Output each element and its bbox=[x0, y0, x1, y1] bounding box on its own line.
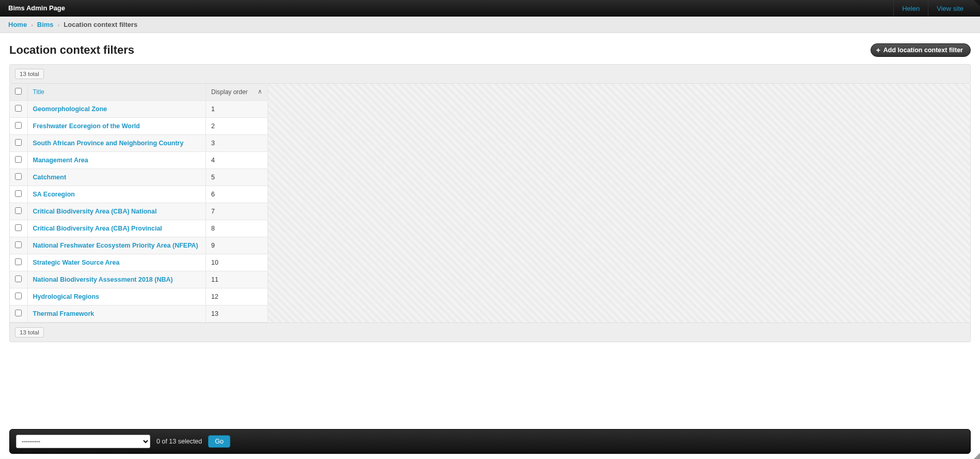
row-select-checkbox[interactable] bbox=[15, 139, 22, 146]
row-select-cell bbox=[10, 237, 27, 254]
view-site-link[interactable]: View site bbox=[928, 0, 972, 17]
count-bar-top: 13 total bbox=[9, 64, 971, 84]
row-order-cell: 10 bbox=[206, 254, 268, 271]
row-select-cell bbox=[10, 220, 27, 237]
row-title-cell: Critical Biodiversity Area (CBA) Nationa… bbox=[27, 203, 206, 220]
row-title-link[interactable]: South African Province and Neighboring C… bbox=[33, 140, 184, 147]
row-select-checkbox[interactable] bbox=[15, 258, 22, 265]
table-row: Critical Biodiversity Area (CBA) Provinc… bbox=[10, 220, 268, 237]
row-title-cell: SA Ecoregion bbox=[27, 186, 206, 203]
row-title-cell: Hydrological Regions bbox=[27, 288, 206, 305]
add-button-label: Add location context filter bbox=[883, 47, 963, 54]
row-title-cell: South African Province and Neighboring C… bbox=[27, 135, 206, 152]
navbar-right: Helen View site bbox=[893, 0, 972, 16]
table-row: Freshwater Ecoregion of the World2 bbox=[10, 118, 268, 135]
empty-filler bbox=[268, 84, 970, 323]
count-bar-bottom: 13 total bbox=[9, 323, 971, 342]
row-select-checkbox[interactable] bbox=[15, 293, 22, 299]
row-select-checkbox[interactable] bbox=[15, 190, 22, 197]
row-order-cell: 3 bbox=[206, 135, 268, 152]
total-count-chip-bottom: 13 total bbox=[15, 327, 44, 338]
select-all-checkbox[interactable] bbox=[15, 88, 22, 95]
row-title-link[interactable]: National Biodiversity Assessment 2018 (N… bbox=[33, 276, 173, 283]
row-title-link[interactable]: Critical Biodiversity Area (CBA) Provinc… bbox=[33, 225, 162, 232]
total-count-chip: 13 total bbox=[15, 69, 44, 79]
add-location-context-filter-button[interactable]: + Add location context filter bbox=[871, 43, 971, 57]
row-title-link[interactable]: Freshwater Ecoregion of the World bbox=[33, 123, 140, 130]
row-title-link[interactable]: Catchment bbox=[33, 174, 67, 181]
row-title-link[interactable]: Hydrological Regions bbox=[33, 293, 100, 300]
row-select-checkbox[interactable] bbox=[15, 105, 22, 112]
row-select-cell bbox=[10, 152, 27, 169]
row-select-checkbox[interactable] bbox=[15, 207, 22, 214]
table-row: Strategic Water Source Area10 bbox=[10, 254, 268, 271]
navbar: Bims Admin Page Helen View site bbox=[0, 0, 980, 17]
plus-icon: + bbox=[876, 47, 880, 54]
breadcrumb: Home › Bims › Location context filters bbox=[0, 17, 980, 33]
column-display-order[interactable]: Display order ∧ bbox=[206, 84, 268, 101]
brand-title: Bims Admin Page bbox=[8, 4, 65, 12]
row-title-link[interactable]: Critical Biodiversity Area (CBA) Nationa… bbox=[33, 208, 157, 215]
table-row: Critical Biodiversity Area (CBA) Nationa… bbox=[10, 203, 268, 220]
row-select-cell bbox=[10, 186, 27, 203]
row-select-cell bbox=[10, 135, 27, 152]
breadcrumb-home[interactable]: Home bbox=[8, 21, 27, 28]
breadcrumb-app[interactable]: Bims bbox=[37, 21, 54, 28]
page-header: Location context filters + Add location … bbox=[9, 43, 971, 57]
table-row: National Freshwater Ecosystem Priority A… bbox=[10, 237, 268, 254]
row-order-cell: 4 bbox=[206, 152, 268, 169]
row-order-cell: 9 bbox=[206, 237, 268, 254]
row-title-link[interactable]: Strategic Water Source Area bbox=[33, 259, 120, 266]
row-title-cell: Strategic Water Source Area bbox=[27, 254, 206, 271]
row-order-cell: 8 bbox=[206, 220, 268, 237]
row-order-cell: 7 bbox=[206, 203, 268, 220]
row-select-cell bbox=[10, 305, 27, 323]
row-order-cell: 13 bbox=[206, 305, 268, 323]
row-title-link[interactable]: SA Ecoregion bbox=[33, 191, 75, 198]
row-title-cell: Thermal Framework bbox=[27, 305, 206, 323]
page-title: Location context filters bbox=[9, 43, 134, 57]
row-select-checkbox[interactable] bbox=[15, 224, 22, 231]
row-order-cell: 6 bbox=[206, 186, 268, 203]
row-order-cell: 2 bbox=[206, 118, 268, 135]
row-title-link[interactable]: Geomorphological Zone bbox=[33, 105, 107, 113]
table-row: Geomorphological Zone1 bbox=[10, 101, 268, 118]
select-all-header bbox=[10, 84, 27, 101]
row-title-link[interactable]: National Freshwater Ecosystem Priority A… bbox=[33, 242, 198, 249]
row-title-link[interactable]: Management Area bbox=[33, 157, 88, 164]
row-select-cell bbox=[10, 101, 27, 118]
row-title-cell: National Biodiversity Assessment 2018 (N… bbox=[27, 271, 206, 288]
row-select-checkbox[interactable] bbox=[15, 276, 22, 282]
row-select-checkbox[interactable] bbox=[15, 310, 22, 316]
sort-asc-icon: ∧ bbox=[258, 88, 262, 95]
table-row: Hydrological Regions12 bbox=[10, 288, 268, 305]
row-title-link[interactable]: Thermal Framework bbox=[33, 310, 94, 317]
row-select-cell bbox=[10, 254, 27, 271]
row-order-cell: 12 bbox=[206, 288, 268, 305]
chevron-right-icon: › bbox=[31, 22, 33, 28]
row-select-checkbox[interactable] bbox=[15, 173, 22, 180]
object-table: Title Display order ∧ Geomorphological Z… bbox=[10, 84, 268, 323]
chevron-right-icon: › bbox=[58, 22, 60, 28]
breadcrumb-current: Location context filters bbox=[64, 21, 137, 28]
row-select-checkbox[interactable] bbox=[15, 156, 22, 163]
row-title-cell: Freshwater Ecoregion of the World bbox=[27, 118, 206, 135]
row-select-checkbox[interactable] bbox=[15, 122, 22, 129]
column-title[interactable]: Title bbox=[27, 84, 206, 101]
row-select-cell bbox=[10, 118, 27, 135]
changelist: Title Display order ∧ Geomorphological Z… bbox=[9, 84, 971, 323]
row-select-checkbox[interactable] bbox=[15, 241, 22, 248]
row-title-cell: Catchment bbox=[27, 169, 206, 186]
row-title-cell: National Freshwater Ecosystem Priority A… bbox=[27, 237, 206, 254]
row-title-cell: Management Area bbox=[27, 152, 206, 169]
row-select-cell bbox=[10, 169, 27, 186]
table-row: Catchment5 bbox=[10, 169, 268, 186]
table-row: SA Ecoregion6 bbox=[10, 186, 268, 203]
row-order-cell: 11 bbox=[206, 271, 268, 288]
table-row: National Biodiversity Assessment 2018 (N… bbox=[10, 271, 268, 288]
user-menu[interactable]: Helen bbox=[893, 0, 928, 17]
row-select-cell bbox=[10, 288, 27, 305]
row-select-cell bbox=[10, 203, 27, 220]
column-display-order-label: Display order bbox=[211, 88, 248, 96]
row-order-cell: 5 bbox=[206, 169, 268, 186]
